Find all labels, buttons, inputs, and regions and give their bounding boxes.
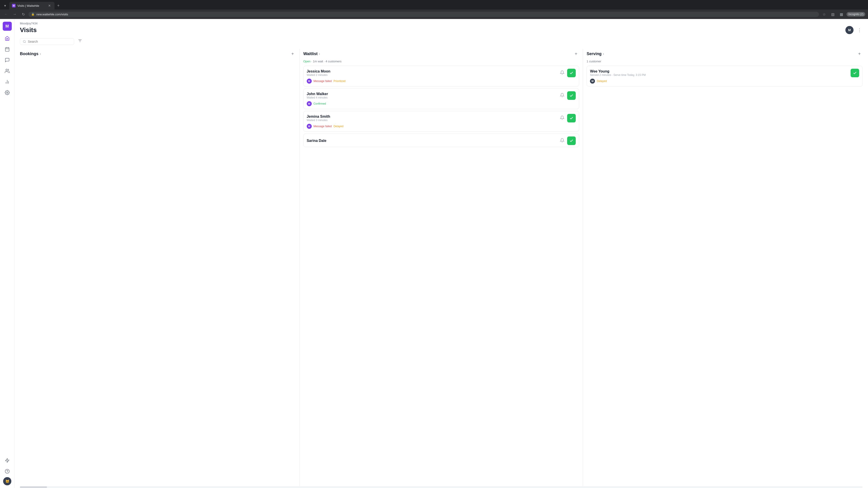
bookings-add-btn[interactable]: + [289,51,296,57]
waitlist-list: Jessica Moon Waited 2 minutes [303,66,579,486]
svg-point-8 [6,92,8,93]
jemina-smith-bell-btn[interactable] [559,115,565,122]
more-options-btn[interactable]: ⋮ [856,26,863,34]
jemina-smith-check-btn[interactable] [567,114,576,123]
tab-close-btn[interactable]: ✕ [47,3,52,8]
jessica-moon-bell-btn[interactable] [559,69,565,77]
sidebar-logo[interactable]: M [3,22,12,31]
john-walker-check-btn[interactable] [567,91,576,100]
visit-card-wee-young[interactable]: Wee Young Served 2 minutes · Serve time … [587,66,863,87]
waitlist-add-btn[interactable]: + [573,51,579,57]
column-bookings-header: Bookings › + [20,49,296,60]
sidebar-item-help[interactable] [2,466,12,476]
svg-rect-0 [5,48,9,52]
user-avatar[interactable]: 🐱 [3,477,11,485]
flash-icon [5,458,10,463]
address-text: new.waitwhile.com/visits [36,13,816,16]
jessica-moon-tag-prioritized: Prioritized [333,79,345,83]
top-bar: Moodjoy7434 Visits M ⋮ [14,19,868,38]
people-icon [5,68,10,73]
serving-add-btn[interactable]: + [856,51,863,57]
jemina-smith-tag-delayed: Delayed [333,125,343,128]
bell-icon [560,70,564,75]
visit-card-jemina-smith[interactable]: Jemina Smith Waited 3 minutes [303,111,579,132]
visit-card-john-walker[interactable]: John Walker Waited 4 minutes [303,88,579,109]
header-user-avatar[interactable]: M [845,26,854,34]
jessica-moon-name: Jessica Moon [307,69,331,73]
main-content: Moodjoy7434 Visits M ⋮ [14,19,868,488]
waitlist-title: Waitlist [303,52,318,56]
bookings-list [20,60,296,486]
wee-young-wait: Served 2 minutes · Serve time Today, 3:1… [590,73,646,76]
sidebar-item-settings[interactable] [2,88,12,98]
wee-young-check-btn[interactable] [850,69,859,77]
sidebar-item-analytics[interactable] [2,77,12,87]
visit-card-jessica-moon[interactable]: Jessica Moon Waited 2 minutes [303,66,579,87]
profile-btn[interactable]: ▩ [838,11,845,18]
sidebar-item-flash[interactable] [2,455,12,465]
svg-marker-9 [5,458,9,462]
check-icon [569,139,574,143]
bell-icon [560,138,564,142]
address-bar[interactable]: 🔒 new.waitwhile.com/visits [29,12,819,17]
bookings-title: Bookings [20,52,38,56]
reload-btn[interactable]: ↻ [20,11,27,18]
extension-btn[interactable]: ▨ [829,11,836,18]
page-header: Visits M ⋮ [20,26,863,38]
search-input[interactable] [28,40,71,43]
jemina-smith-avatar: M [307,124,312,129]
filter-btn[interactable] [77,38,83,45]
svg-line-15 [25,42,26,43]
sidebar: M [0,19,14,488]
filter-icon [78,39,82,43]
waitlist-chevron: › [319,52,320,56]
sidebar-item-calendar[interactable] [2,44,12,54]
serving-meta: 1 customer [587,60,863,63]
forward-btn[interactable]: → [11,11,18,18]
browser-toolbar: ← → ↻ 🔒 new.waitwhile.com/visits ☆ ▨ ▩ I… [0,9,868,19]
check-icon [569,94,574,98]
active-tab[interactable]: M Visits | Waitwhile ✕ [9,2,55,9]
bottom-scrollbar[interactable] [20,486,863,488]
scrollbar-thumb [20,486,47,488]
bookings-chevron: › [40,52,41,56]
sidebar-item-home[interactable] [2,33,12,43]
sidebar-bottom: 🐱 [2,455,12,485]
tab-history-btn[interactable]: ▼ [2,3,8,9]
serving-chevron: › [603,52,604,56]
search-icon [23,40,26,43]
org-name: Moodjoy7434 [20,22,863,25]
chat-icon [5,58,10,63]
john-walker-avatar: M [307,101,312,106]
wee-young-name: Wee Young [590,69,646,73]
check-icon [569,71,574,75]
jemina-smith-name: Jemina Smith [307,115,330,119]
sarina-dale-check-btn[interactable] [567,136,576,145]
settings-icon [5,90,10,95]
tab-favicon: M [12,4,16,7]
serving-list: Wee Young Served 2 minutes · Serve time … [587,66,863,486]
header-right: M ⋮ [845,26,863,34]
john-walker-bell-btn[interactable] [559,92,565,99]
columns-container: Bookings › + Waitlist › + [14,49,868,486]
lock-icon: 🔒 [31,13,35,16]
search-input-wrapper[interactable] [20,38,74,45]
browser-chrome: ▼ M Visits | Waitwhile ✕ + ← → ↻ 🔒 new.w… [0,0,868,19]
bookmark-btn[interactable]: ☆ [821,11,828,18]
new-tab-btn[interactable]: + [55,2,61,9]
sidebar-item-messages[interactable] [2,55,12,65]
home-icon [5,36,10,41]
john-walker-tag-confirmed: Confirmed [313,102,326,105]
jessica-moon-avatar: M [307,78,312,84]
sarina-dale-bell-btn[interactable] [559,137,565,144]
visit-card-sarina-dale[interactable]: Sarina Dale [303,133,579,147]
sidebar-item-people[interactable] [2,66,12,76]
back-btn[interactable]: ← [3,11,9,18]
bell-icon [560,116,564,120]
toolbar-right: ☆ ▨ ▩ Incognito (2) [821,11,865,18]
incognito-badge[interactable]: Incognito (2) [846,12,865,17]
jemina-smith-tag-message-failed: Message failed [313,125,332,128]
column-waitlist: Waitlist › + Open · 1m wait · 4 customer… [303,49,583,486]
jessica-moon-check-btn[interactable] [567,69,576,77]
john-walker-wait: Waited 4 minutes [307,96,328,99]
